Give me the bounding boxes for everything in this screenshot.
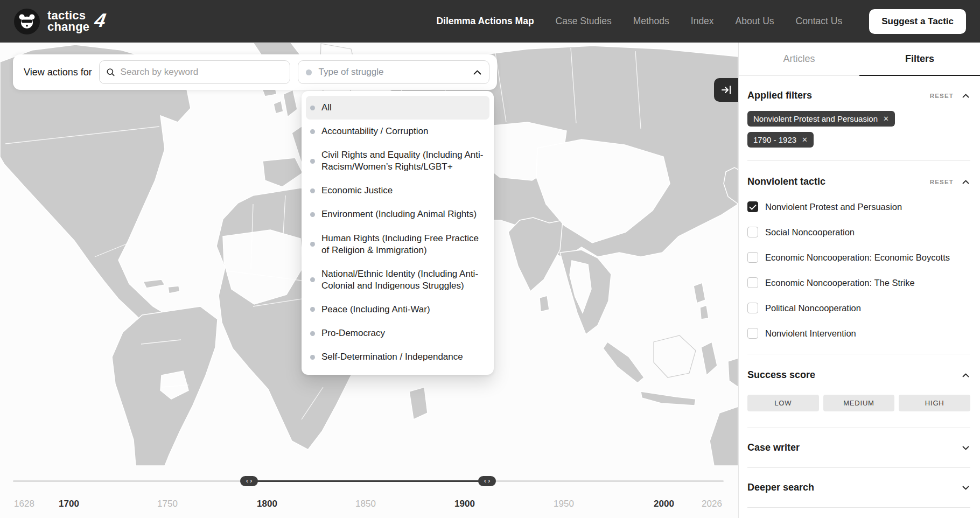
struggle-option-human-rights[interactable]: Human Rights (Including Free Practice of… [306, 227, 489, 262]
slider-handle-start[interactable]: ‹ › [240, 476, 258, 486]
option-label: Civil Rights and Equality (Including Ant… [321, 149, 485, 173]
chevron-right-icon: › [250, 477, 252, 484]
chevron-down-icon [962, 486, 969, 490]
nonviolent-tactic-reset-button[interactable]: RESET [930, 179, 954, 185]
filter-chip-year-range[interactable]: 1790 - 1923 ✕ [747, 132, 814, 148]
deeper-search-expand-toggle[interactable] [961, 485, 970, 491]
struggle-option-all[interactable]: All [306, 96, 489, 120]
map-pane: View actions for Type of struggle All [0, 43, 738, 518]
checkbox-label: Economic Noncooperation: The Strike [765, 278, 915, 288]
search-icon [106, 67, 115, 77]
applied-filters-section: Applied filters RESET Nonviolent Protest… [747, 76, 970, 161]
filter-chip-tactic[interactable]: Nonviolent Protest and Persuasion ✕ [747, 111, 895, 127]
option-label: Accountability / Corruption [321, 125, 428, 137]
checkbox[interactable] [747, 227, 758, 237]
timeline-year: 1800 [257, 499, 277, 509]
tactic-option-political-noncooperation[interactable]: Political Noncooperation [747, 303, 970, 313]
checkbox[interactable] [747, 201, 758, 212]
tactic-checkbox-list: Nonviolent Protest and Persuasion Social… [747, 201, 970, 339]
timeline-year: 1950 [554, 499, 574, 509]
top-nav-bar: tactics change 4 Dilemma Actions Map Cas… [0, 0, 980, 43]
success-score-buttons: LOW MEDIUM HIGH [747, 395, 970, 411]
option-label: National/Ethnic Identity (Including Anti… [321, 268, 485, 292]
option-label: Human Rights (Including Free Practice of… [321, 233, 485, 256]
chevron-up-icon [473, 70, 481, 75]
option-label: All [321, 102, 332, 114]
checkbox[interactable] [747, 303, 758, 313]
score-low-button[interactable]: LOW [747, 395, 819, 411]
tactic-option-social-noncooperation[interactable]: Social Noncooperation [747, 227, 970, 237]
struggle-select[interactable]: Type of struggle [298, 60, 489, 84]
nonviolent-tactic-section: Nonviolent tactic RESET Nonviolent Prote… [747, 161, 970, 354]
slider-handle-end[interactable]: ‹ › [478, 476, 496, 486]
struggle-option-peace[interactable]: Peace (Including Anti-War) [306, 298, 489, 321]
sidebar-collapse-button[interactable] [714, 78, 738, 102]
timeline-year: 1900 [454, 499, 475, 509]
case-writer-section[interactable]: Case writer [747, 428, 970, 468]
deeper-search-title: Deeper search [747, 482, 961, 493]
checkbox-label: Nonviolent Intervention [765, 328, 856, 339]
option-dot-icon [310, 307, 315, 312]
struggle-option-accountability[interactable]: Accountability / Corruption [306, 120, 489, 143]
chevron-left-icon: ‹ [246, 477, 248, 484]
success-score-collapse-toggle[interactable] [961, 372, 970, 379]
option-dot-icon [310, 277, 315, 282]
checkbox[interactable] [747, 277, 758, 288]
sidebar-content: Applied filters RESET Nonviolent Protest… [739, 76, 980, 518]
close-icon[interactable]: ✕ [883, 115, 889, 123]
nav-index[interactable]: Index [691, 16, 714, 27]
search-input[interactable] [121, 67, 284, 78]
struggle-option-civil-rights[interactable]: Civil Rights and Equality (Including Ant… [306, 143, 489, 179]
timeline-year: 1700 [59, 499, 79, 509]
logo-numeral: 4 [93, 11, 107, 30]
suggest-tactic-button[interactable]: Suggest a Tactic [869, 9, 966, 34]
struggle-option-self-determination[interactable]: Self-Determination / Independance [306, 345, 489, 369]
case-writer-expand-toggle[interactable] [961, 445, 970, 451]
close-icon[interactable]: ✕ [802, 136, 808, 144]
nav-contact-us[interactable]: Contact Us [796, 16, 843, 27]
tactic-option-protest-persuasion[interactable]: Nonviolent Protest and Persuasion [747, 201, 970, 212]
checkbox-label: Political Noncooperation [765, 303, 861, 313]
applied-filters-reset-button[interactable]: RESET [930, 93, 954, 99]
deeper-search-section[interactable]: Deeper search [747, 468, 970, 508]
arrow-to-bar-icon [721, 85, 732, 95]
nonviolent-tactic-collapse-toggle[interactable] [961, 179, 970, 185]
applied-filters-collapse-toggle[interactable] [961, 93, 970, 99]
option-dot-icon [310, 355, 315, 360]
score-high-button[interactable]: HIGH [899, 395, 970, 411]
logo[interactable]: tactics change 4 [14, 9, 106, 34]
option-dot-icon [310, 212, 315, 217]
struggle-dropdown-panel: All Accountability / Corruption Civil Ri… [302, 91, 494, 375]
checkbox[interactable] [747, 252, 758, 263]
tactic-option-the-strike[interactable]: Economic Noncooperation: The Strike [747, 277, 970, 288]
option-label: Economic Justice [321, 185, 393, 197]
struggle-option-environment[interactable]: Environment (Including Animal Rights) [306, 202, 489, 226]
timeline-year: 2026 [702, 499, 722, 509]
struggle-select-value: Type of struggle [318, 67, 467, 78]
applied-filter-chips: Nonviolent Protest and Persuasion ✕ 1790… [747, 111, 970, 148]
tab-filters[interactable]: Filters [859, 43, 980, 75]
nav-dilemma-actions-map[interactable]: Dilemma Actions Map [436, 16, 534, 27]
chip-label: Nonviolent Protest and Persuasion [753, 114, 878, 123]
tactic-option-economic-boycotts[interactable]: Economic Noncooperation: Economic Boycot… [747, 252, 970, 263]
search-field[interactable] [99, 60, 290, 84]
timeline-year: 1750 [157, 499, 178, 509]
tactic-option-nonviolent-intervention[interactable]: Nonviolent Intervention [747, 328, 970, 339]
chevron-right-icon: › [488, 477, 490, 484]
option-label: Peace (Including Anti-War) [321, 304, 430, 316]
nav-case-studies[interactable]: Case Studies [556, 16, 612, 27]
tab-articles[interactable]: Articles [739, 43, 859, 75]
struggle-option-pro-democracy[interactable]: Pro-Democracy [306, 321, 489, 345]
nonviolent-tactic-title: Nonviolent tactic [747, 176, 930, 187]
nav-about-us[interactable]: About Us [736, 16, 774, 27]
score-medium-button[interactable]: MEDIUM [823, 395, 895, 411]
struggle-option-economic-justice[interactable]: Economic Justice [306, 179, 489, 202]
panda-logo-icon [14, 9, 40, 34]
option-dot-icon [310, 242, 315, 247]
chevron-up-icon [962, 94, 969, 98]
logo-wordmark: tactics change 4 [47, 10, 106, 33]
nav-methods[interactable]: Methods [633, 16, 669, 27]
checkbox[interactable] [747, 328, 758, 339]
checkbox-label: Social Noncooperation [765, 227, 855, 237]
struggle-option-national-ethnic[interactable]: National/Ethnic Identity (Including Anti… [306, 262, 489, 298]
